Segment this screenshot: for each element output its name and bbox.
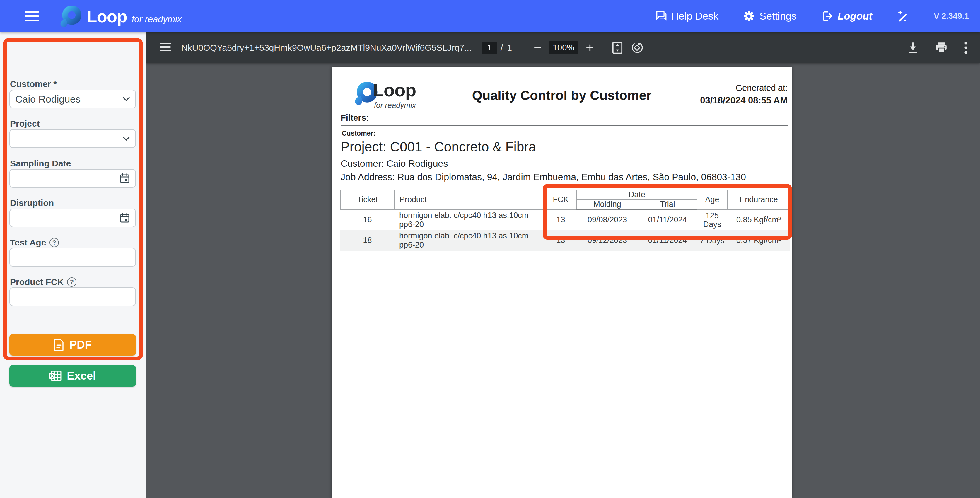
toolbar-divider [525,42,525,53]
filters-heading: Filters: [340,113,369,123]
test-age-input[interactable] [10,248,136,267]
col-header-ticket: Ticket [340,190,395,210]
pdf-toolbar-right [907,32,968,63]
cell-age: 125 Days [697,210,727,230]
cell-product: hormigon elab. c/cpc40 h13 as.10cm pp6-2… [395,230,545,251]
generated-at-label: Generated at: [700,83,788,93]
sampling-date-label: Sampling Date [10,159,71,169]
cell-ticket: 18 [340,230,395,251]
cell-trial: 01/11/2024 [638,210,697,230]
help-desk-chat-icon [655,10,667,22]
page-total: 1 [507,43,512,53]
menu-hamburger-icon[interactable] [25,11,39,21]
magic-wand-button[interactable] [897,10,909,22]
excel-spreadsheet-icon [49,370,62,382]
job-address-line: Job Address: Rua dos Diplomatas, 94, Jar… [340,172,746,183]
cell-endurance: 0.57 Kgf/cm² [727,230,790,251]
pdf-page: Loop for readymix Quality Control by Cus… [332,67,792,498]
fit-to-page-button[interactable] [612,41,623,54]
col-header-date: Date [577,190,697,199]
disruption-label: Disruption [10,198,54,208]
document-generated-at: Generated at: 03/18/2024 08:55 AM [700,83,788,106]
more-options-icon[interactable] [964,41,968,54]
filters-sidebar: Customer * Caio Rodigues Project Samplin… [0,32,146,498]
cell-product: hormigon elab. c/cpc40 h13 as.10cm pp6-2… [395,210,545,230]
excel-button-label: Excel [67,370,96,382]
app-root: Loop for readymix Help Desk [0,0,980,498]
calendar-icon[interactable] [119,173,130,184]
help-desk-button[interactable]: Help Desk [655,10,719,22]
generated-at-value: 03/18/2024 08:55 AM [700,95,788,106]
filter-customer-label: Customer: [342,129,375,137]
pdf-viewer: NkU0OQYa5dry+1+53qHmk9OwUa6+p2azMTl9NuXa… [146,32,980,498]
help-desk-label: Help Desk [671,10,719,22]
logout-label: Logout [838,10,872,22]
product-fck-help-icon[interactable]: ? [67,277,76,287]
app-version: V 2.349.1 [934,11,969,21]
cell-molding: 09/08/2023 [577,210,638,230]
logout-icon [821,10,833,22]
disruption-input[interactable] [10,208,136,228]
col-header-endurance: Endurance [727,190,790,210]
quality-control-table: Ticket Product FCK Date Age Endurance Mo… [340,189,791,251]
col-header-trial: Trial [638,199,697,210]
project-select[interactable] [10,129,136,148]
chevron-down-icon [123,97,130,101]
pdf-document-icon [54,339,64,351]
settings-button[interactable]: Settings [743,10,796,22]
cell-fck: 13 [545,210,577,230]
pdf-page-controls: 1 / 1 100% [482,32,643,63]
pdf-filename: NkU0OQYa5dry+1+53qHmk9OwUa6+p2azMTl9NuXa… [181,32,471,63]
cell-trial: 01/11/2024 [638,230,697,251]
cell-endurance: 0.85 Kgf/cm² [727,210,790,230]
col-header-product: Product [395,190,545,210]
print-icon[interactable] [935,42,947,53]
top-navigation-bar: Loop for readymix Help Desk [0,0,980,32]
cell-age: 7 Days [697,230,727,251]
toolbar-divider [601,42,602,53]
magic-wand-icon [897,10,909,22]
customer-select-value: Caio Rodigues [15,94,123,105]
customer-select[interactable]: Caio Rodigues [10,90,136,108]
cell-ticket: 16 [340,210,395,230]
export-excel-button[interactable]: Excel [10,365,136,387]
pdf-menu-icon[interactable] [160,43,171,53]
logout-button[interactable]: Logout [821,10,872,22]
rotate-page-button[interactable] [631,41,643,54]
page-separator: / [501,43,503,53]
download-icon[interactable] [907,42,918,54]
project-heading: Project: C001 - Concreto & Fibra [340,139,536,155]
table-row: 16 hormigon elab. c/cpc40 h13 as.10cm pp… [340,210,790,230]
loop-logo-icon [59,4,83,28]
customer-line: Customer: Caio Rodigues [340,158,448,169]
page-number-input[interactable]: 1 [482,41,497,54]
export-pdf-button[interactable]: PDF [10,334,136,356]
sampling-date-input[interactable] [10,169,136,188]
app-brand: Loop for readymix [59,0,181,32]
customer-label: Customer * [10,79,57,89]
pdf-toolbar: NkU0OQYa5dry+1+53qHmk9OwUa6+p2azMTl9NuXa… [146,32,980,63]
project-label: Project [10,119,40,129]
pdf-button-label: PDF [69,339,92,351]
calendar-icon[interactable] [119,213,130,223]
settings-label: Settings [759,10,796,22]
table-row: 18 hormigon elab. c/cpc40 h13 as.10cm pp… [340,230,790,251]
col-header-molding: Molding [577,199,638,210]
zoom-in-button[interactable] [586,44,594,52]
zoom-level-input[interactable]: 100% [549,41,578,54]
cell-molding: 09/12/2023 [577,230,638,251]
zoom-out-button[interactable] [534,44,542,52]
brand-name: Loop [87,6,127,26]
test-age-label: Test Age ? [10,237,59,248]
filters-divider [340,125,788,126]
col-header-fck: FCK [545,190,577,210]
brand-suffix: for readymix [132,14,182,25]
top-nav-items: Help Desk Settings [655,0,969,32]
cell-fck: 13 [545,230,577,251]
product-fck-input[interactable] [10,287,136,306]
product-fck-label: Product FCK ? [10,277,76,287]
chevron-down-icon [123,136,130,141]
gear-icon [743,10,755,22]
col-header-age: Age [697,190,727,210]
test-age-help-icon[interactable]: ? [49,238,59,247]
